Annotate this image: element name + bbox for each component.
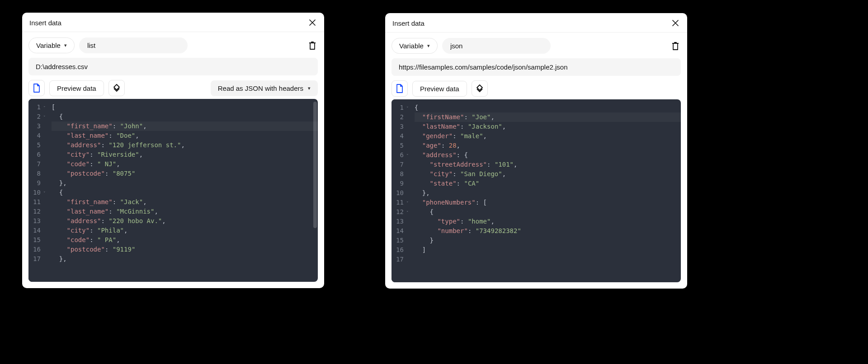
line-number: 10	[396, 188, 404, 198]
toolbar-row-3: Preview data Read as JSON with headers ▾	[28, 80, 318, 96]
code-line[interactable]: "address": "120 jefferson st.",	[52, 140, 318, 150]
delete-button[interactable]	[670, 41, 681, 51]
trash-icon	[308, 41, 317, 51]
line-number: 6	[33, 150, 41, 159]
code-line[interactable]: "city": "San Diego",	[415, 169, 681, 179]
panel-header: Insert data	[385, 13, 687, 32]
toolbar: Variable ▾ Preview data	[385, 32, 687, 99]
line-number: 17	[396, 255, 404, 264]
line-number: 8	[396, 169, 404, 179]
line-number: 1	[33, 103, 41, 112]
code-line[interactable]: "postcode": "8075"	[52, 169, 318, 178]
preview-data-button[interactable]: Preview data	[412, 81, 467, 97]
line-number: 10	[33, 188, 41, 197]
code-line[interactable]: }	[415, 236, 681, 245]
read-as-label: Read as JSON with headers	[218, 84, 303, 92]
code-line[interactable]: "gender": "male",	[415, 131, 681, 141]
insert-data-panel-right: Insert data Variable ▾ Preview data	[385, 13, 687, 289]
file-picker-button[interactable]	[28, 80, 45, 96]
panel-title: Insert data	[29, 19, 61, 27]
path-input[interactable]	[392, 58, 681, 76]
line-gutter: 1234567891011121314151617	[392, 99, 406, 282]
line-number: 2	[33, 112, 41, 121]
code-line[interactable]: "city": "Phila",	[52, 226, 318, 235]
code-line[interactable]: "firstName": "Joe",	[415, 112, 681, 122]
code-line[interactable]: "last_name": "Doe",	[52, 131, 318, 140]
close-button[interactable]	[671, 19, 680, 28]
code-line[interactable]: ]	[415, 245, 681, 255]
code-line[interactable]: {	[415, 103, 681, 112]
line-number: 11	[396, 198, 404, 207]
code-line[interactable]: "postcode": "9119"	[52, 245, 318, 254]
variable-name-input[interactable]	[79, 37, 188, 53]
variable-name-input[interactable]	[442, 38, 551, 54]
read-as-dropdown[interactable]: Read as JSON with headers ▾	[211, 80, 318, 96]
line-number: 13	[396, 217, 404, 226]
code-line[interactable]: "number": "7349282382"	[415, 226, 681, 236]
code-content[interactable]: { "firstName": "Joe", "lastName": "Jacks…	[406, 99, 681, 282]
code-line[interactable]: "streetAddress": "101",	[415, 160, 681, 169]
code-line[interactable]: "address": "220 hobo Av.",	[52, 216, 318, 226]
code-line[interactable]: "first_name": "John",	[52, 121, 318, 131]
toolbar-row-1: Variable ▾	[392, 38, 681, 54]
line-number: 4	[33, 131, 41, 140]
line-number: 12	[33, 207, 41, 216]
line-number: 5	[396, 141, 404, 150]
file-icon	[33, 84, 41, 93]
type-dropdown[interactable]: Variable ▾	[392, 38, 438, 54]
options-button[interactable]	[108, 80, 125, 96]
code-line[interactable]: },	[52, 178, 318, 188]
path-input[interactable]	[28, 58, 318, 75]
scrollbar[interactable]	[313, 102, 317, 228]
diamond-stack-icon	[475, 84, 484, 93]
code-line[interactable]: "phoneNumbers": [	[415, 198, 681, 207]
line-number: 11	[33, 197, 41, 207]
options-button[interactable]	[472, 80, 488, 97]
code-line[interactable]: "age": 28,	[415, 141, 681, 150]
insert-data-panel-left: Insert data Variable ▾ Preview data	[22, 13, 324, 288]
preview-data-button[interactable]: Preview data	[49, 80, 104, 96]
code-content[interactable]: [ { "first_name": "John", "last_name": "…	[43, 99, 318, 282]
code-line[interactable]: "address": {	[415, 150, 681, 160]
line-number: 15	[396, 236, 404, 245]
code-line[interactable]: "first_name": "Jack",	[52, 197, 318, 207]
type-label: Variable	[399, 42, 424, 50]
code-line[interactable]: "lastName": "Jackson",	[415, 122, 681, 131]
code-line[interactable]: "city": "Riverside",	[52, 150, 318, 159]
line-number: 17	[33, 254, 41, 264]
code-line[interactable]: {	[52, 112, 318, 121]
type-dropdown[interactable]: Variable ▾	[28, 37, 75, 53]
trash-icon	[671, 41, 680, 51]
code-line[interactable]: [	[52, 103, 318, 112]
code-line[interactable]: "last_name": "McGinnis",	[52, 207, 318, 216]
code-line[interactable]: },	[415, 188, 681, 198]
chevron-down-icon: ▾	[64, 42, 67, 48]
chevron-down-icon: ▾	[427, 43, 430, 49]
file-picker-button[interactable]	[392, 80, 408, 97]
close-button[interactable]	[308, 18, 317, 27]
line-number: 12	[396, 207, 404, 217]
code-line[interactable]: "type": "home",	[415, 217, 681, 226]
line-number: 6	[396, 150, 404, 160]
code-line[interactable]: "code": " NJ",	[52, 159, 318, 169]
line-number: 3	[396, 122, 404, 131]
line-number: 2	[396, 112, 404, 122]
line-number: 16	[396, 245, 404, 255]
chevron-down-icon: ▾	[308, 85, 311, 91]
toolbar-row-3: Preview data	[392, 80, 681, 97]
line-number: 5	[33, 140, 41, 150]
code-line[interactable]: {	[415, 207, 681, 217]
code-line[interactable]: "state": "CA"	[415, 179, 681, 188]
code-editor[interactable]: 1234567891011121314151617 { "firstName":…	[392, 99, 681, 282]
toolbar-row-1: Variable ▾	[28, 37, 318, 53]
code-line[interactable]: "code": " PA",	[52, 235, 318, 245]
file-icon	[396, 84, 404, 93]
line-number: 14	[396, 226, 404, 236]
diamond-stack-icon	[112, 84, 121, 93]
code-line[interactable]: {	[52, 188, 318, 197]
line-number: 7	[33, 159, 41, 169]
code-editor[interactable]: 1234567891011121314151617 [ { "first_nam…	[28, 99, 318, 282]
line-number: 16	[33, 245, 41, 254]
delete-button[interactable]	[307, 40, 318, 51]
code-line[interactable]: },	[52, 254, 318, 264]
